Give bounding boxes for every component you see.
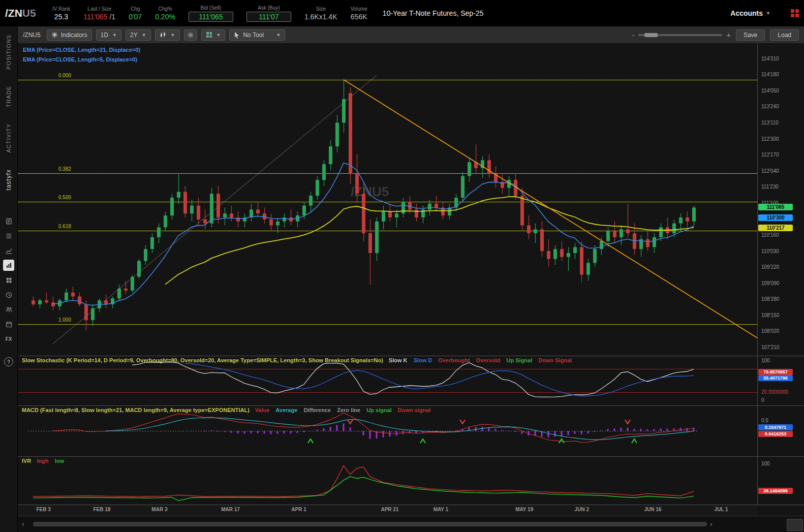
trading-platform: /ZNU5 IV Rank 25.3 Last / Size 111'065 /… [0, 0, 804, 532]
chg-value: 0'07 [129, 13, 142, 21]
time-axis-label: FEB 18 [93, 507, 110, 512]
scrollbar-thumb[interactable] [33, 522, 707, 526]
history-icon[interactable] [3, 289, 14, 300]
indicators-icon [51, 32, 58, 38]
chart-resize-corner[interactable] [787, 519, 803, 531]
quote-header: /ZNU5 IV Rank 25.3 Last / Size 111'065 /… [0, 0, 804, 26]
fib-level-label: 0.000 [58, 73, 71, 78]
contract-title: 10-Year T-Note Futures, Sep-25 [383, 9, 483, 17]
zoom-in-button[interactable]: + [726, 30, 731, 39]
size-value: 1.6Kx1.4K [304, 13, 337, 21]
timeframe-dropdown[interactable]: 1D▼ [96, 29, 121, 41]
chg-pct-label: Chg% [158, 6, 172, 12]
price-axis-label: 112'040 [761, 168, 779, 174]
help-icon[interactable]: ? [4, 357, 13, 366]
range-dropdown[interactable]: 2Y▼ [126, 29, 151, 41]
legend-difference: Difference [303, 407, 331, 413]
price-axis-label: 107'210 [761, 345, 779, 350]
size-field: Size 1.6Kx1.4K [304, 6, 337, 21]
size-label: Size [316, 6, 325, 12]
chevron-down-icon: ▼ [766, 11, 770, 16]
ask-field: Ask (Buy) 111'07 [246, 5, 291, 22]
chart-toolbar: /ZNU5 Indicators 1D▼ 2Y▼ ▼ ▼ No Tool ▼ [18, 26, 804, 44]
iv-rank-value: 25.3 [54, 13, 68, 21]
chg-label: Chg [131, 6, 140, 12]
legend-value: Value [255, 407, 270, 413]
tool-dropdown[interactable]: No Tool ▼ [229, 29, 285, 41]
chart-icon[interactable] [3, 260, 14, 271]
legend-slow-d: Slow D [414, 357, 432, 363]
settings-button[interactable] [184, 29, 197, 41]
time-axis-label: FEB 3 [36, 507, 50, 512]
sidebar-tab-trade[interactable]: TRADE [6, 86, 12, 107]
time-axis[interactable]: FEB 3FEB 18MAR 3MAR 17APR 1APR 21MAY 1MA… [18, 505, 757, 516]
time-axis-label: JUN 16 [644, 507, 661, 512]
stoch-badge: 70.9570957 [758, 369, 793, 375]
social-icon[interactable] [3, 304, 14, 315]
layout-dropdown[interactable]: ▼ [201, 29, 226, 41]
price-badge: 110'217 [758, 225, 793, 231]
main-price-chart[interactable] [18, 44, 757, 356]
legend-low: low [55, 458, 64, 464]
price-badge: 111'065 [758, 204, 793, 210]
zoom-out-button[interactable]: - [632, 30, 634, 39]
apps-grid-icon[interactable] [791, 9, 799, 17]
sidebar-tab-tastyfx[interactable]: tastyfx [5, 169, 12, 191]
price-axis-label: 112'300 [761, 136, 779, 142]
curve-icon[interactable] [3, 245, 14, 256]
zoom-slider-thumb[interactable] [644, 33, 658, 37]
stoch-oversold-label: 20.0000000 [761, 389, 788, 395]
watchlist-icon[interactable] [3, 230, 14, 241]
scroll-left-button[interactable]: ‹ [22, 520, 24, 528]
stoch-axis-label: 100 [761, 358, 770, 363]
legend-overbought: Overbought [438, 357, 470, 363]
last-size: /1 [109, 13, 115, 21]
price-axis-label: 108'280 [761, 296, 779, 302]
sidebar-tab-activity[interactable]: ACTIVITY [6, 123, 12, 153]
price-axis-label: 109'220 [761, 264, 779, 270]
bid-field: Bid (Sell) 111'065 [189, 5, 233, 22]
zoom-slider[interactable] [638, 34, 722, 36]
stochastic-title: Slow Stochastic (K Period=14, D Period=9… [22, 357, 383, 363]
last-price: 111'065 [83, 13, 107, 21]
chg-field: Chg 0'07 [129, 6, 142, 21]
indicators-button[interactable]: Indicators [47, 29, 92, 41]
chart-type-dropdown[interactable]: ▼ [155, 29, 180, 41]
volume-field: Volume 656K [351, 6, 367, 21]
chart-area: EMA (Price=CLOSE, Length=21, Displace=0)… [18, 44, 804, 532]
price-axis[interactable]: 114'310114'180114'050113'240113'110112'3… [757, 44, 804, 505]
macd-panel-chart[interactable] [18, 405, 757, 456]
ask-button[interactable]: 111'07 [246, 12, 291, 22]
fx-icon[interactable]: FX [3, 333, 14, 345]
sidebar-tab-positions[interactable]: POSITIONS [6, 35, 12, 70]
cursor-icon [234, 32, 240, 39]
grid-icon[interactable] [3, 274, 14, 286]
stoch-badge: 55.4071796 [758, 375, 793, 381]
legend-down-signal: Down signal [398, 407, 431, 413]
macd-badge: 0.1547971 [758, 424, 793, 430]
fib-level-label: 1.000 [58, 317, 71, 323]
save-button[interactable]: Save [736, 29, 765, 41]
macd-badge: 0.0416253 [758, 431, 793, 437]
fib-level-label: 0.382 [58, 166, 71, 172]
ivr-panel-chart[interactable] [18, 456, 757, 505]
legend-slow-k: Slow K [389, 357, 408, 363]
calendar-icon[interactable] [3, 319, 14, 330]
zoom-control: - + [632, 30, 731, 39]
stoch-axis-label: 0 [761, 397, 764, 403]
scroll-right-button[interactable]: › [710, 520, 713, 528]
time-axis-label: MAR 17 [221, 507, 240, 512]
bid-button[interactable]: 111'065 [189, 12, 233, 22]
chevron-down-icon: ▼ [276, 33, 281, 38]
last-size-label: Last / Size [87, 6, 111, 12]
time-axis-label: MAY 19 [515, 507, 533, 512]
news-icon[interactable] [3, 215, 14, 227]
accounts-dropdown[interactable]: Accounts▼ [730, 9, 770, 17]
last-size-field: Last / Size 111'065 /1 [83, 6, 115, 21]
chart-scrollbar: ‹ › [18, 516, 804, 532]
load-button[interactable]: Load [770, 29, 799, 41]
legend-down-signal: Down Signal [538, 357, 572, 363]
ivr-axis-label: 100 [761, 461, 770, 466]
macd-axis-label: 0.5 [761, 418, 768, 423]
iv-rank-label: IV Rank [52, 6, 71, 12]
